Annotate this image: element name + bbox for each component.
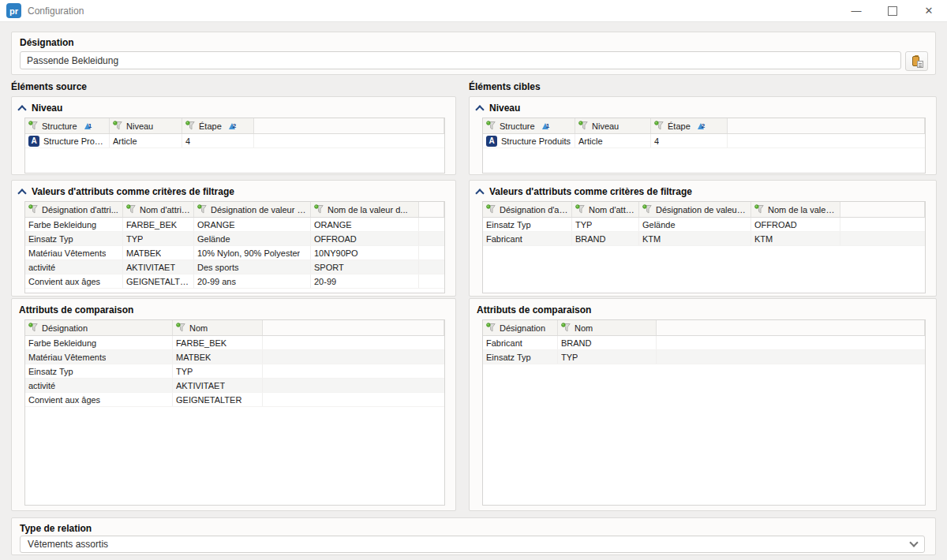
filter-icon[interactable] xyxy=(126,204,137,215)
empty-cell xyxy=(657,350,925,364)
section-title: Valeurs d'attributs comme critères de fi… xyxy=(489,186,692,197)
filter-icon[interactable] xyxy=(578,121,589,131)
empty-cell xyxy=(728,134,925,147)
empty-cell xyxy=(263,379,444,392)
filter-icon[interactable] xyxy=(561,323,571,333)
column-header[interactable]: Nom xyxy=(558,320,657,335)
empty-header-cell xyxy=(419,202,444,217)
table-cell: BRAND xyxy=(558,336,657,349)
empty-header-cell xyxy=(728,118,925,133)
chevron-up-icon[interactable] xyxy=(17,105,26,114)
column-header[interactable]: Niveau xyxy=(110,118,182,133)
table-row[interactable]: Einsatz TypTYPGeländeOFFROAD xyxy=(25,232,444,246)
table-row[interactable]: Matériau VêtementsMATBEK10% Nylon, 90% P… xyxy=(25,246,444,260)
table-cell: Des sports xyxy=(194,260,311,274)
table-row[interactable]: Convient aux âgesGEIGNETALTER xyxy=(25,393,444,407)
column-header[interactable]: Étape2 xyxy=(651,118,728,133)
minimize-button[interactable]: — xyxy=(838,0,874,21)
column-header[interactable]: Désignation d'attribut xyxy=(483,202,572,217)
empty-header-cell xyxy=(263,320,444,335)
chevron-down-icon xyxy=(909,538,918,547)
chevron-up-icon[interactable] xyxy=(475,105,484,114)
filter-icon[interactable] xyxy=(28,204,39,215)
filter-icon[interactable] xyxy=(575,204,586,215)
filter-icon[interactable] xyxy=(176,323,186,333)
table-cell: 4 xyxy=(182,134,254,147)
filter-icon[interactable] xyxy=(28,323,39,333)
section-title: Niveau xyxy=(32,103,62,114)
section-title: Attributs de comparaison xyxy=(477,304,591,315)
table-row[interactable]: FabricantBRAND xyxy=(483,336,925,350)
filter-icon[interactable] xyxy=(486,323,496,333)
table-row[interactable]: Matériau VêtementsMATBEK xyxy=(25,350,444,364)
maximize-button[interactable] xyxy=(874,0,911,21)
table-row[interactable]: Farbe BekleidungFARBE_BEK xyxy=(25,336,444,350)
section-title: Valeurs d'attributs comme critères de fi… xyxy=(32,186,234,197)
table-header-row: Désignation d'attributNom d'attributDési… xyxy=(483,202,925,218)
table-cell: Einsatz Typ xyxy=(483,350,558,364)
filter-icon[interactable] xyxy=(314,204,324,215)
filter-icon[interactable] xyxy=(486,204,496,215)
source-comparison-section: Attributs de comparaison DésignationNomF… xyxy=(11,298,456,511)
table-cell: Article xyxy=(110,134,182,147)
table-row[interactable]: activitéAKTIVITAET xyxy=(25,379,444,393)
target-niveau-table: Structure1NiveauÉtape2AStructure Produit… xyxy=(482,118,926,174)
column-header[interactable]: Structure1 xyxy=(25,118,110,133)
column-header[interactable]: Nom de la valeur... xyxy=(751,202,840,217)
column-header[interactable]: Désignation d'attri... xyxy=(25,202,123,217)
column-header[interactable]: Nom de la valeur d... xyxy=(311,202,419,217)
relation-type-dropdown[interactable]: Vêtements assortis xyxy=(20,536,925,553)
filter-icon[interactable] xyxy=(486,121,496,131)
filter-icon[interactable] xyxy=(754,204,765,215)
paste-button[interactable] xyxy=(905,51,928,71)
table-cell: 20-99 ans xyxy=(194,274,311,288)
column-header[interactable]: Désignation xyxy=(483,320,558,335)
empty-cell xyxy=(263,364,444,378)
table-header-row: DésignationNom xyxy=(25,320,444,336)
column-header[interactable]: Nom d'attribut xyxy=(123,202,194,217)
table-row[interactable]: AStructure Prod...Article4 xyxy=(25,134,444,148)
empty-cell xyxy=(840,218,925,231)
table-cell: AStructure Produits xyxy=(483,134,575,147)
column-header[interactable]: Désignation de valeur d'a... xyxy=(194,202,311,217)
table-cell: Fabricant xyxy=(483,232,572,245)
empty-cell xyxy=(263,350,444,364)
table-cell: Gelände xyxy=(194,232,311,245)
filter-icon[interactable] xyxy=(113,121,123,131)
target-comparison-section: Attributs de comparaison DésignationNomF… xyxy=(469,298,937,511)
filter-icon[interactable] xyxy=(185,121,196,131)
filter-icon[interactable] xyxy=(642,204,653,215)
designation-input[interactable] xyxy=(20,51,901,69)
column-header[interactable]: Nom xyxy=(173,320,263,335)
column-header[interactable]: Structure1 xyxy=(483,118,575,133)
column-header[interactable]: Nom d'attribut xyxy=(572,202,639,217)
filter-icon[interactable] xyxy=(28,121,39,131)
table-row[interactable]: Farbe BekleidungFARBE_BEKORANGEORANGE xyxy=(25,218,444,232)
filter-icon[interactable] xyxy=(197,204,208,215)
empty-cell xyxy=(419,218,444,231)
table-cell: AKTIVITAET xyxy=(173,379,263,392)
table-row[interactable]: Einsatz TypTYPGeländeOFFROAD xyxy=(483,218,925,232)
designation-group: Désignation xyxy=(11,32,936,75)
table-cell: Convient aux âges xyxy=(25,393,173,406)
table-row[interactable]: Einsatz TypTYP xyxy=(483,350,925,364)
structure-type-icon: A xyxy=(486,136,497,147)
close-button[interactable]: ✕ xyxy=(911,0,947,21)
table-row[interactable]: AStructure ProduitsArticle4 xyxy=(483,134,925,148)
table-cell: Fabricant xyxy=(483,336,558,349)
column-header[interactable]: Niveau xyxy=(575,118,651,133)
table-row[interactable]: FabricantBRANDKTMKTM xyxy=(483,232,925,246)
column-header[interactable]: Étape2 xyxy=(182,118,254,133)
column-header[interactable]: Désignation de valeur d'a... xyxy=(639,202,751,217)
table-row[interactable]: Convient aux âgesGEIGNETALTER20-99 ans20… xyxy=(25,274,444,289)
column-header[interactable]: Désignation xyxy=(25,320,173,335)
table-cell: OFFROAD xyxy=(311,232,419,245)
table-row[interactable]: activitéAKTIVITAETDes sportsSPORT xyxy=(25,260,444,274)
table-row[interactable]: Einsatz TypTYP xyxy=(25,364,444,379)
configuration-window: pr Configuration — ✕ Désignation Élément… xyxy=(0,0,947,560)
chevron-up-icon[interactable] xyxy=(17,189,26,197)
table-cell: activité xyxy=(25,260,123,274)
filter-icon[interactable] xyxy=(654,121,664,131)
chevron-up-icon[interactable] xyxy=(475,189,484,197)
section-title: Attributs de comparaison xyxy=(19,304,133,315)
